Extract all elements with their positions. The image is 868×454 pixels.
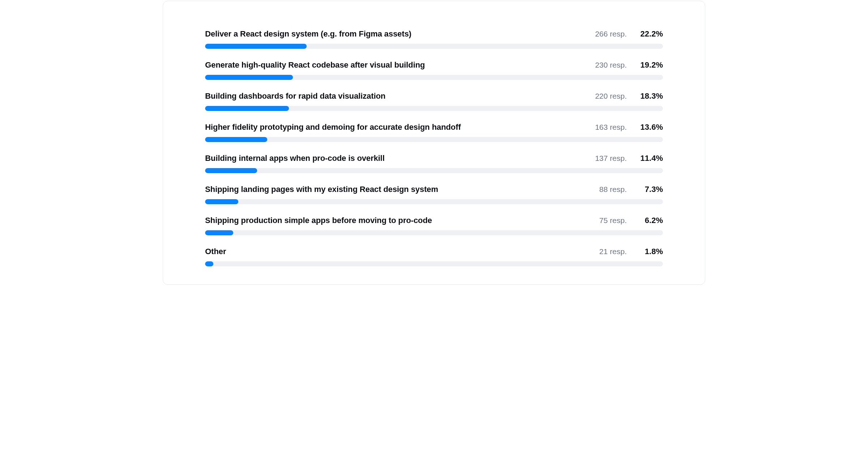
- bar-track: [205, 230, 663, 235]
- result-row-head: Generate high-quality React codebase aft…: [205, 60, 663, 70]
- bar-track: [205, 75, 663, 80]
- result-row-head: Deliver a React design system (e.g. from…: [205, 29, 663, 39]
- bar-track: [205, 168, 663, 173]
- bar-fill: [205, 106, 289, 111]
- percent-value: 22.2%: [637, 29, 663, 39]
- result-meta: 230 resp.19.2%: [595, 60, 663, 70]
- bar-fill: [205, 137, 267, 142]
- bar-fill: [205, 75, 293, 80]
- result-row: Shipping production simple apps before m…: [205, 216, 663, 235]
- result-label: Generate high-quality React codebase aft…: [205, 60, 586, 70]
- percent-value: 13.6%: [637, 123, 663, 132]
- respondent-count: 88 resp.: [599, 185, 627, 194]
- result-row: Generate high-quality React codebase aft…: [205, 60, 663, 80]
- bar-fill: [205, 168, 257, 173]
- bar-fill: [205, 261, 213, 266]
- bar-track: [205, 44, 663, 49]
- result-row-head: Building internal apps when pro-code is …: [205, 154, 663, 163]
- percent-value: 7.3%: [637, 185, 663, 194]
- result-row: Higher fidelity prototyping and demoing …: [205, 123, 663, 142]
- respondent-count: 220 resp.: [595, 92, 627, 100]
- result-label: Deliver a React design system (e.g. from…: [205, 29, 586, 39]
- result-row-head: Shipping landing pages with my existing …: [205, 185, 663, 194]
- result-row: Other21 resp.1.8%: [205, 247, 663, 266]
- result-meta: 266 resp.22.2%: [595, 29, 663, 39]
- result-label: Shipping landing pages with my existing …: [205, 185, 591, 194]
- percent-value: 19.2%: [637, 60, 663, 70]
- result-meta: 88 resp.7.3%: [599, 185, 663, 194]
- result-label: Shipping production simple apps before m…: [205, 216, 591, 225]
- respondent-count: 266 resp.: [595, 30, 627, 38]
- respondent-count: 21 resp.: [599, 247, 627, 256]
- bar-fill: [205, 44, 307, 49]
- result-label: Higher fidelity prototyping and demoing …: [205, 123, 586, 132]
- result-label: Other: [205, 247, 591, 256]
- result-label: Building internal apps when pro-code is …: [205, 154, 586, 163]
- result-meta: 220 resp.18.3%: [595, 91, 663, 101]
- survey-results-card: Deliver a React design system (e.g. from…: [163, 1, 705, 285]
- bar-track: [205, 106, 663, 111]
- result-meta: 163 resp.13.6%: [595, 123, 663, 132]
- result-row-head: Shipping production simple apps before m…: [205, 216, 663, 225]
- result-row-head: Higher fidelity prototyping and demoing …: [205, 123, 663, 132]
- result-row: Building internal apps when pro-code is …: [205, 154, 663, 173]
- result-row-head: Building dashboards for rapid data visua…: [205, 91, 663, 101]
- result-row: Shipping landing pages with my existing …: [205, 185, 663, 204]
- percent-value: 1.8%: [637, 247, 663, 256]
- result-meta: 75 resp.6.2%: [599, 216, 663, 225]
- result-row-head: Other21 resp.1.8%: [205, 247, 663, 256]
- respondent-count: 163 resp.: [595, 123, 627, 132]
- result-meta: 21 resp.1.8%: [599, 247, 663, 256]
- respondent-count: 137 resp.: [595, 154, 627, 163]
- percent-value: 18.3%: [637, 91, 663, 101]
- respondent-count: 75 resp.: [599, 216, 627, 225]
- percent-value: 6.2%: [637, 216, 663, 225]
- result-meta: 137 resp.11.4%: [595, 154, 663, 163]
- bar-track: [205, 137, 663, 142]
- result-label: Building dashboards for rapid data visua…: [205, 91, 586, 101]
- bar-fill: [205, 230, 233, 235]
- result-row: Deliver a React design system (e.g. from…: [205, 29, 663, 49]
- bar-track: [205, 261, 663, 266]
- result-row: Building dashboards for rapid data visua…: [205, 91, 663, 111]
- respondent-count: 230 resp.: [595, 61, 627, 69]
- bar-track: [205, 199, 663, 204]
- bar-fill: [205, 199, 238, 204]
- percent-value: 11.4%: [637, 154, 663, 163]
